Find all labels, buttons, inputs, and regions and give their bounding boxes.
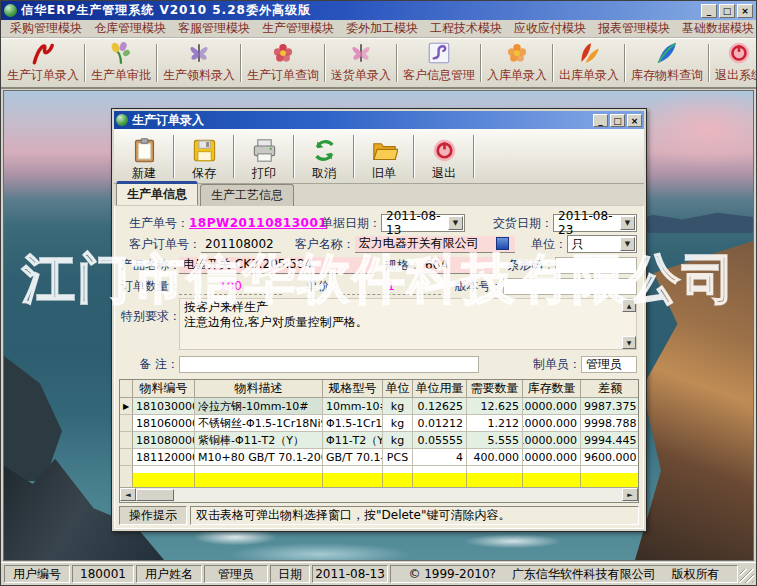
toolbar-separator <box>480 44 482 82</box>
col-stock-qty[interactable]: 库存数量 <box>523 380 581 398</box>
product-name-input[interactable]: 电器开关 CK3.205.584 <box>179 257 375 274</box>
toolbar-outbound-entry[interactable]: 出库单录入 <box>555 40 623 86</box>
order-info-panel: 生产单号： 18PW20110813001 单据日期： 2011-08-13 ▼… <box>114 205 644 529</box>
menu-base-data[interactable]: 基础数据模块 <box>676 19 757 38</box>
menu-warehouse[interactable]: 仓库管理模块 <box>88 19 172 38</box>
unit-combobox[interactable]: 只 ▼ <box>567 235 637 253</box>
sprout-flower-icon <box>108 40 134 66</box>
toolbar-material-requisition-entry[interactable]: 生产领料录入 <box>159 40 239 86</box>
chevron-down-icon[interactable]: ▼ <box>620 237 635 251</box>
print-button[interactable]: 打印 <box>236 131 292 182</box>
scroll-down-icon[interactable]: ▼ <box>622 336 636 349</box>
remark-label: 备 注： <box>131 356 179 373</box>
table-row[interactable]: 1810800001 紫铜棒-Φ11-T2（Y） Φ11-T2（Y kg 0.0… <box>120 432 638 449</box>
unit-price-input[interactable]: 1 <box>342 278 441 295</box>
status-bar: 用户编号 180001 用户姓名 管理员 日期 2011-08-13 © 199… <box>1 562 756 585</box>
app-window: 信华ERP生产管理系统 V2010 5.28委外高级版 _ □ × 采购管理模块… <box>0 0 757 586</box>
customer-lookup-button[interactable] <box>496 237 509 250</box>
toolbar-exit-system[interactable]: 退出系统 <box>711 40 757 86</box>
doc-date-label: 单据日期： <box>317 215 381 232</box>
table-header-row: 物料编号 物料描述 规格型号 单位 单位用量 需要数量 库存数量 差额 <box>120 380 638 398</box>
menu-production[interactable]: 生产管理模块 <box>256 19 340 38</box>
tab-order-info[interactable]: 生产单信息 <box>116 181 198 205</box>
col-unit[interactable]: 单位 <box>383 380 413 398</box>
col-unit-usage[interactable]: 单位用量 <box>413 380 467 398</box>
red-ribbon-icon <box>30 40 56 66</box>
toolbar-customer-info-management[interactable]: 客户信息管理 <box>399 40 479 86</box>
version-input[interactable] <box>503 278 637 295</box>
toolbar-production-order-entry[interactable]: 生产订单录入 <box>3 40 83 86</box>
textarea-scrollbar: ▲ ▼ <box>622 299 636 349</box>
order-qty-input[interactable]: 100 <box>179 278 282 295</box>
toolbar-separator <box>324 44 326 82</box>
dialog-close-button[interactable]: × <box>627 114 642 127</box>
power-icon <box>726 40 752 66</box>
menu-outsourcing[interactable]: 委外加工模块 <box>340 19 424 38</box>
minimize-button[interactable]: _ <box>701 4 717 18</box>
order-no-value[interactable]: 18PW20110813001 <box>189 216 307 230</box>
menu-purchase[interactable]: 采购管理模块 <box>4 19 88 38</box>
menu-payables[interactable]: 应收应付模块 <box>508 19 592 38</box>
table-empty-area <box>120 466 638 473</box>
chevron-down-icon[interactable]: ▼ <box>620 216 635 230</box>
form-row-5: 特别要求： 按客户来样生产 注意边角位,客户对质量控制严格。 ▲ ▼ <box>121 298 637 352</box>
tab-process-info[interactable]: 生产工艺信息 <box>200 184 294 206</box>
form-row-1: 生产单号： 18PW20110813001 单据日期： 2011-08-13 ▼… <box>121 214 637 232</box>
customer-order-input[interactable]: 201108002 <box>201 236 281 253</box>
col-material-desc[interactable]: 物料描述 <box>195 380 323 398</box>
table-row[interactable]: 1811200001 M10+80 GB/T 70.1-2000 GB/T 70… <box>120 449 638 466</box>
table-row[interactable]: 1810600001 不锈钢丝-Φ1.5-1Cr18Ni9 Φ1.5-1Cr18… <box>120 415 638 432</box>
toolbar-separator <box>708 44 710 82</box>
maximize-button[interactable]: □ <box>719 4 735 18</box>
row-marker-header <box>120 380 133 398</box>
status-user-no-label: 用户编号 <box>4 565 70 583</box>
customer-name-input[interactable]: 宏力电器开关有限公司 <box>355 236 515 253</box>
dialog-maximize-button[interactable]: □ <box>610 114 625 127</box>
barcode-input[interactable] <box>555 257 637 274</box>
spec-input[interactable]: 60A <box>421 257 493 274</box>
menu-engineering[interactable]: 工程技术模块 <box>424 19 508 38</box>
menu-customer-service[interactable]: 客服管理模块 <box>172 19 256 38</box>
scrollbar-thumb[interactable] <box>136 489 174 501</box>
exit-button[interactable]: 退出 <box>416 131 472 182</box>
table-summary-row <box>120 473 638 487</box>
col-required-qty[interactable]: 需要数量 <box>467 380 523 398</box>
status-date-label: 日期 <box>270 565 310 583</box>
hint-label: 操作提示 <box>119 506 187 525</box>
toolbar-inbound-entry[interactable]: 入库单录入 <box>483 40 551 86</box>
menu-reports[interactable]: 报表管理模块 <box>592 19 676 38</box>
table-horizontal-scrollbar[interactable]: ◄ ► <box>120 487 638 502</box>
doc-date-combobox[interactable]: 2011-08-13 ▼ <box>381 214 465 232</box>
save-button[interactable]: 保存 <box>176 131 232 182</box>
scroll-right-icon[interactable]: ► <box>622 488 638 501</box>
toolbar-separator <box>233 135 235 178</box>
dialog-minimize-button[interactable]: _ <box>593 114 608 127</box>
remark-input[interactable] <box>179 356 479 373</box>
col-spec-model[interactable]: 规格型号 <box>323 380 383 398</box>
version-label: 版本号： <box>455 278 503 295</box>
blue-feather-icon <box>654 40 680 66</box>
toolbar-production-order-approval[interactable]: 生产单审批 <box>87 40 155 86</box>
purple-swirl-card-icon <box>426 40 452 66</box>
maker-input[interactable]: 管理员 <box>581 356 637 373</box>
table-row[interactable]: ▶ 1810300001 冷拉方钢-10mm-10# 10mm-10# kg 0… <box>120 398 638 415</box>
purple-butterfly-icon <box>186 40 212 66</box>
col-material-no[interactable]: 物料编号 <box>133 380 195 398</box>
toolbar-production-order-query[interactable]: 生产订单查询 <box>243 40 323 86</box>
resize-grip[interactable] <box>740 569 754 583</box>
menu-bar: 采购管理模块 仓库管理模块 客服管理模块 生产管理模块 委外加工模块 工程技术模… <box>1 20 756 38</box>
new-button[interactable]: 新建 <box>116 131 172 182</box>
status-user-no-value: 180001 <box>72 565 134 583</box>
delivery-date-combobox[interactable]: 2011-08-23 ▼ <box>553 214 637 232</box>
special-requirements-textarea[interactable]: 按客户来样生产 注意边角位,客户对质量控制严格。 ▲ ▼ <box>179 298 637 350</box>
col-difference[interactable]: 差额 <box>581 380 638 398</box>
toolbar-inventory-query[interactable]: 库存物料查询 <box>627 40 707 86</box>
old-order-button[interactable]: 旧单 <box>356 131 412 182</box>
chevron-down-icon[interactable]: ▼ <box>448 216 463 230</box>
close-button[interactable]: × <box>737 4 753 18</box>
scroll-up-icon[interactable]: ▲ <box>622 299 636 312</box>
toolbar-delivery-note-entry[interactable]: 送货单录入 <box>327 40 395 86</box>
unit-price-label: 单价： <box>304 278 342 295</box>
scroll-left-icon[interactable]: ◄ <box>120 488 136 501</box>
cancel-button[interactable]: 取消 <box>296 131 352 182</box>
